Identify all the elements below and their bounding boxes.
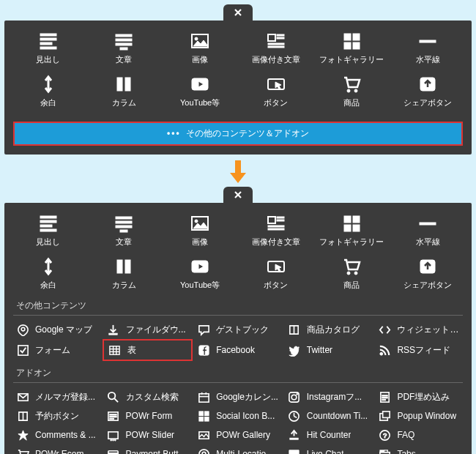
item-slider[interactable]: POWr Slider bbox=[103, 425, 193, 444]
item-pin[interactable]: Multi-Locatio... bbox=[193, 444, 283, 454]
pdf-icon bbox=[378, 390, 391, 403]
youtube-icon bbox=[163, 256, 237, 277]
item-pdf[interactable]: PDF埋め込み bbox=[373, 387, 464, 406]
item-facebook[interactable]: Facebook bbox=[193, 339, 283, 361]
section-addon: アドオン bbox=[13, 361, 463, 383]
gallery-icon bbox=[315, 213, 388, 234]
tile-label: シェアボタン bbox=[391, 97, 464, 108]
item-cart2[interactable]: POWr Ecomm... bbox=[12, 444, 103, 454]
item-tabs[interactable]: Tabs bbox=[373, 444, 464, 454]
tile-label: フォトギャラリー bbox=[315, 237, 388, 248]
faq-icon bbox=[378, 428, 391, 442]
item-calendar[interactable]: Googleカレン... bbox=[193, 387, 283, 406]
item-pin[interactable]: Google マップ bbox=[12, 320, 103, 339]
item-label: FAQ bbox=[397, 430, 414, 440]
hr-icon bbox=[391, 213, 464, 234]
image-text-icon bbox=[239, 31, 313, 51]
tile-spacer[interactable]: 余白 bbox=[12, 71, 85, 111]
tabs-icon bbox=[378, 447, 391, 454]
item-download[interactable]: ファイルダウ... bbox=[103, 320, 193, 339]
cart-icon bbox=[315, 74, 388, 94]
item-clock[interactable]: Countdown Ti... bbox=[283, 406, 374, 425]
tile-label: 見出し bbox=[12, 54, 85, 65]
item-table[interactable]: 表 bbox=[103, 339, 193, 361]
star-icon bbox=[16, 428, 29, 442]
tile-image-text[interactable]: 画像付き文章 bbox=[239, 210, 313, 250]
item-faq[interactable]: FAQ bbox=[373, 425, 464, 444]
tile-label: 画像付き文章 bbox=[239, 237, 313, 248]
item-counter[interactable]: Hit Counter bbox=[283, 425, 374, 444]
tile-cart[interactable]: 商品 bbox=[315, 253, 388, 294]
tile-heading[interactable]: 見出し bbox=[12, 210, 85, 250]
flow-arrow bbox=[4, 160, 472, 187]
more-content-addons-button[interactable]: ••• その他のコンテンツ＆アドオン bbox=[13, 122, 463, 146]
tile-button[interactable]: ボタン bbox=[239, 253, 313, 294]
tile-label: 余白 bbox=[12, 280, 85, 291]
instagram-icon bbox=[288, 390, 301, 403]
item-instagram[interactable]: Instagramフ... bbox=[283, 387, 374, 406]
tile-hr[interactable]: 水平線 bbox=[391, 210, 464, 250]
item-label: POWr Ecomm... bbox=[35, 449, 98, 454]
item-book[interactable]: 商品カタログ bbox=[283, 320, 374, 339]
tile-columns[interactable]: カラム bbox=[87, 253, 160, 294]
tile-hr[interactable]: 水平線 bbox=[391, 28, 464, 68]
tile-gallery[interactable]: フォトギャラリー bbox=[315, 28, 388, 68]
tile-columns[interactable]: カラム bbox=[87, 71, 160, 111]
tile-button[interactable]: ボタン bbox=[239, 71, 313, 111]
tile-label: 見出し bbox=[12, 237, 85, 248]
tile-share[interactable]: シェアボタン bbox=[391, 71, 464, 111]
tile-image-text[interactable]: 画像付き文章 bbox=[239, 28, 313, 68]
item-gallery2[interactable]: POWr Gallery bbox=[193, 425, 283, 444]
item-label: Social Icon B... bbox=[216, 411, 275, 421]
tile-label: 文章 bbox=[87, 237, 160, 248]
text-icon bbox=[87, 213, 160, 234]
close-button[interactable] bbox=[223, 187, 253, 203]
tile-cart[interactable]: 商品 bbox=[315, 71, 388, 111]
tile-label: 商品 bbox=[315, 97, 388, 108]
item-label: ゲストブック bbox=[216, 324, 269, 336]
tile-gallery[interactable]: フォトギャラリー bbox=[315, 210, 388, 250]
item-popup[interactable]: Popup Window bbox=[373, 406, 464, 425]
tile-image[interactable]: 画像 bbox=[163, 28, 237, 68]
item-label: Payment Butt... bbox=[126, 449, 186, 454]
tile-label: カラム bbox=[87, 280, 160, 291]
calendar-icon bbox=[197, 390, 210, 403]
gallery2-icon bbox=[197, 428, 210, 442]
tile-youtube[interactable]: YouTube等 bbox=[163, 253, 237, 294]
item-chat2[interactable]: Live Chat bbox=[283, 444, 374, 454]
tile-heading[interactable]: 見出し bbox=[12, 28, 85, 68]
item-card[interactable]: Payment Butt... bbox=[103, 444, 193, 454]
tile-share[interactable]: シェアボタン bbox=[391, 253, 464, 294]
tile-label: シェアボタン bbox=[391, 280, 464, 291]
item-label: Countdown Ti... bbox=[307, 411, 368, 421]
item-label: カスタム検索 bbox=[126, 391, 179, 403]
item-grid4[interactable]: Social Icon B... bbox=[193, 406, 283, 425]
item-chat[interactable]: ゲストブック bbox=[193, 320, 283, 339]
tile-label: 画像付き文章 bbox=[239, 54, 313, 65]
item-form[interactable]: POWr Form bbox=[103, 406, 193, 425]
close-icon bbox=[233, 7, 243, 18]
tile-label: 余白 bbox=[12, 97, 85, 108]
item-check[interactable]: フォーム bbox=[12, 339, 103, 361]
chat-icon bbox=[197, 323, 210, 336]
pin-icon bbox=[197, 447, 210, 454]
tile-spacer[interactable]: 余白 bbox=[12, 253, 85, 294]
item-code[interactable]: ウィジェット /... bbox=[373, 320, 464, 339]
item-book[interactable]: 予約ボタン bbox=[12, 406, 103, 425]
item-label: Facebook bbox=[216, 345, 255, 355]
item-label: Multi-Locatio... bbox=[216, 449, 273, 454]
item-search[interactable]: カスタム検索 bbox=[103, 387, 193, 406]
spacer-icon bbox=[12, 256, 85, 277]
item-rss[interactable]: RSSフィード bbox=[373, 339, 464, 361]
item-twitter[interactable]: Twitter bbox=[283, 339, 374, 361]
tile-text[interactable]: 文章 bbox=[87, 28, 160, 68]
item-mail[interactable]: メルマガ登録... bbox=[12, 387, 103, 406]
tile-text[interactable]: 文章 bbox=[87, 210, 160, 250]
button-icon bbox=[239, 74, 313, 94]
item-label: Instagramフ... bbox=[307, 391, 362, 403]
item-star[interactable]: Comments & ... bbox=[12, 425, 103, 444]
tile-youtube[interactable]: YouTube等 bbox=[163, 71, 237, 111]
tile-label: 水平線 bbox=[391, 54, 464, 65]
close-button[interactable] bbox=[223, 4, 253, 21]
tile-image[interactable]: 画像 bbox=[163, 210, 237, 250]
